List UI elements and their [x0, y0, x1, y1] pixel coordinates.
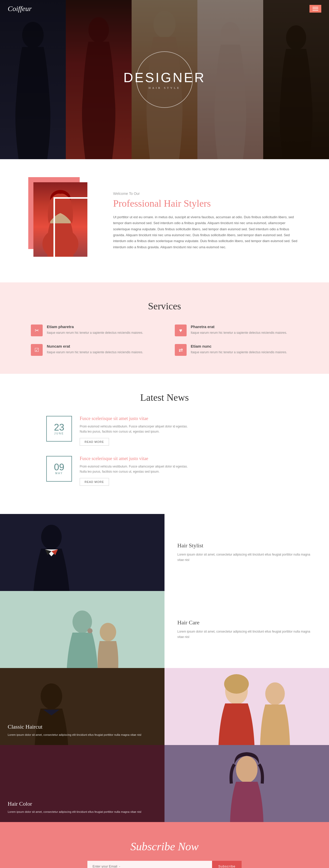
- subscribe-form: Subscribe: [87, 861, 242, 868]
- about-text: Welcome To Our Professional Hair Stylers…: [113, 191, 298, 250]
- gallery-overlay-title-7: Hair Color: [8, 801, 157, 807]
- news-title-1: Fusce scelerisque sit amet justo vitae: [80, 416, 283, 421]
- about-image: [31, 180, 98, 262]
- gallery-cell-1: [0, 514, 165, 591]
- svg-point-19: [224, 674, 249, 694]
- gallery-title-4: Hair Care: [177, 619, 316, 626]
- service-icon-4: ⇄: [175, 344, 187, 356]
- service-item-4: ⇄ Etiam nunc Itaque earum rerum hic tene…: [175, 344, 298, 356]
- news-content-2: Fusce scelerisque sit amet justo vitae P…: [80, 456, 283, 486]
- service-desc-1: Itaque earum rerum hic tenetur a sapient…: [47, 331, 143, 335]
- subscribe-section: Subscribe Now Subscribe: [0, 822, 329, 868]
- services-section: Services ✂ Etiam pharetra Itaque earum r…: [0, 282, 329, 374]
- gallery-cell-8: [165, 745, 329, 822]
- news-day-2: 09: [54, 463, 64, 472]
- gallery-overlay-title-5: Classic Haircut: [8, 723, 157, 730]
- service-text-2: Pharetra erat Itaque earum rerum hic ten…: [191, 324, 287, 335]
- svg-point-10: [41, 525, 62, 549]
- news-item-2: 09 MAY Fusce scelerisque sit amet justo …: [46, 456, 283, 486]
- gallery-section: Hair Stylist Lorem ipsum dolor sit amet,…: [0, 514, 329, 822]
- service-desc-4: Itaque earum rerum hic tenetur a sapient…: [191, 350, 287, 355]
- gallery-body-4: Lorem ipsum dolor sit amet, consectetur …: [177, 629, 316, 640]
- news-items: 23 JUNE Fusce scelerisque sit amet justo…: [46, 416, 283, 486]
- services-grid: ✂ Etiam pharetra Itaque earum rerum hic …: [31, 324, 298, 356]
- gallery-cell-4: Hair Care Lorem ipsum dolor sit amet, co…: [165, 591, 329, 668]
- svg-point-13: [100, 623, 116, 641]
- service-name-3: Nuncam erat: [47, 344, 143, 348]
- about-body: Ut porttitor ut est eu ornare. in metus …: [113, 214, 298, 250]
- email-input[interactable]: [87, 861, 212, 868]
- news-date-box-2: 09 MAY: [46, 456, 72, 482]
- service-name-1: Etiam pharetra: [47, 324, 143, 329]
- news-section: Latest News 23 JUNE Fusce scelerisque si…: [0, 374, 329, 514]
- subscribe-title: Subscribe Now: [46, 840, 283, 853]
- about-title: Professional Hair Stylers: [113, 198, 298, 209]
- gallery-body-2: Lorem ipsum dolor sit amet, consectetur …: [177, 552, 316, 562]
- service-icon-3: ☑: [31, 344, 43, 356]
- service-desc-3: Itaque earum rerum hic tenetur a sapient…: [47, 350, 143, 355]
- hero-circle: DESIGNER HAIR STYLE: [136, 51, 193, 108]
- svg-point-16: [40, 683, 62, 709]
- news-month-2: MAY: [55, 472, 63, 475]
- service-icon-1: ✂: [31, 324, 43, 336]
- menu-button[interactable]: [309, 5, 321, 12]
- service-text-1: Etiam pharetra Itaque earum rerum hic te…: [47, 324, 143, 335]
- about-pretitle: Welcome To Our: [113, 191, 298, 196]
- service-icon-2: ♥: [175, 324, 187, 336]
- news-title-2: Fusce scelerisque sit amet justo vitae: [80, 456, 283, 461]
- news-content-1: Fusce scelerisque sit amet justo vitae P…: [80, 416, 283, 446]
- news-body-2: Proin euismod vehicula vestibulum. Fusce…: [80, 464, 283, 474]
- news-date-box-1: 23 JUNE: [46, 416, 72, 441]
- service-item-2: ♥ Pharetra erat Itaque earum rerum hic t…: [175, 324, 298, 336]
- service-name-4: Etiam nunc: [191, 344, 287, 348]
- service-text-3: Nuncam erat Itaque earum rerum hic tenet…: [47, 344, 143, 355]
- news-item-1: 23 JUNE Fusce scelerisque sit amet justo…: [46, 416, 283, 446]
- menu-line-3: [312, 10, 318, 10]
- service-item-3: ☑ Nuncam erat Itaque earum rerum hic ten…: [31, 344, 154, 356]
- read-more-btn-1[interactable]: READ MORE: [80, 438, 109, 446]
- svg-rect-9: [0, 514, 165, 591]
- gallery-cell-7: Hair Color Lorem ipsum dolor sit amet, c…: [0, 745, 165, 822]
- hero-content: DESIGNER HAIR STYLE: [136, 51, 193, 108]
- menu-line-1: [312, 7, 318, 7]
- svg-point-14: [87, 628, 92, 633]
- gallery-cell-2: Hair Stylist Lorem ipsum dolor sit amet,…: [165, 514, 329, 591]
- gallery-overlay-body-7: Lorem ipsum dolor sit amet, consectetur …: [8, 810, 157, 814]
- about-section: Welcome To Our Professional Hair Stylers…: [0, 159, 329, 282]
- service-name-2: Pharetra erat: [191, 324, 287, 329]
- navigation: Coiffeur: [0, 0, 329, 18]
- gallery-title-2: Hair Stylist: [177, 542, 316, 549]
- site-logo: Coiffeur: [8, 5, 32, 13]
- gallery-overlay-body-5: Lorem ipsum dolor sit amet, consectetur …: [8, 733, 157, 737]
- read-more-btn-2[interactable]: READ MORE: [80, 478, 109, 486]
- news-body-1: Proin euismod vehicula vestibulum. Fusce…: [80, 424, 283, 434]
- service-item-1: ✂ Etiam pharetra Itaque earum rerum hic …: [31, 324, 154, 336]
- gallery-cell-5: Classic Haircut Lorem ipsum dolor sit am…: [0, 668, 165, 745]
- service-desc-2: Itaque earum rerum hic tenetur a sapient…: [191, 331, 287, 335]
- services-title: Services: [31, 300, 298, 312]
- about-image-overlay: [53, 197, 100, 264]
- svg-point-20: [265, 682, 285, 705]
- service-text-4: Etiam nunc Itaque earum rerum hic tenetu…: [191, 344, 287, 355]
- hero-subtitle: HAIR STYLE: [148, 86, 181, 89]
- hero-section: Coiffeur DESIGNER HAIR STYLE: [0, 0, 329, 159]
- hero-title: DESIGNER: [124, 70, 205, 85]
- subscribe-button[interactable]: Subscribe: [212, 861, 242, 868]
- news-month-1: JUNE: [54, 432, 64, 435]
- news-title: Latest News: [46, 392, 283, 403]
- menu-line-2: [312, 8, 318, 9]
- svg-point-23: [236, 756, 257, 783]
- news-day-1: 23: [54, 423, 64, 432]
- gallery-cell-3: [0, 591, 165, 668]
- gallery-cell-6: [165, 668, 329, 745]
